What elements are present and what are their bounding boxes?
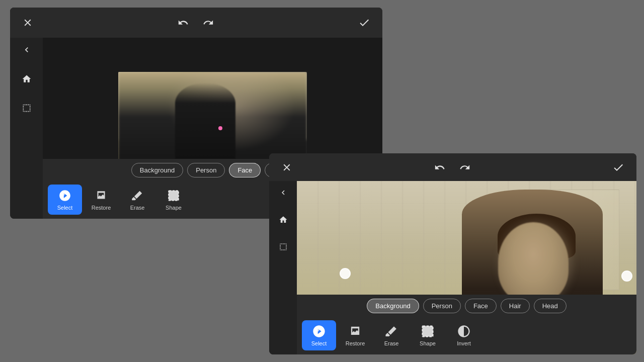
sidebar-2 xyxy=(269,153,297,354)
tool-bar-2: Select Restore Erase xyxy=(297,317,636,354)
shape-tool-2[interactable]: Shape xyxy=(411,320,445,350)
back-nav-button-1[interactable] xyxy=(20,43,34,57)
erase-tool-2[interactable]: Erase xyxy=(374,320,409,350)
restore-tool-label-2: Restore xyxy=(346,340,365,346)
crop-button-1[interactable] xyxy=(20,101,34,115)
select-icon-1 xyxy=(58,189,72,203)
segment-person-1[interactable]: Person xyxy=(187,163,225,177)
segment-head-2[interactable]: Head xyxy=(534,299,567,313)
selection-indicator xyxy=(218,126,222,130)
restore-tool-label-1: Restore xyxy=(92,205,111,211)
close-button-1[interactable] xyxy=(20,15,35,30)
restore-icon-1 xyxy=(94,189,108,203)
restore-tool-1[interactable]: Restore xyxy=(84,185,118,215)
handle-right[interactable] xyxy=(621,270,632,282)
shape-tool-label-1: Shape xyxy=(166,205,182,211)
shape-icon-2 xyxy=(421,324,435,338)
home-button-1[interactable] xyxy=(20,72,34,86)
segment-background-1[interactable]: Background xyxy=(131,163,183,177)
segment-selector-2: Background Person Face Hair Head xyxy=(297,295,636,317)
shape-tool-1[interactable]: Shape xyxy=(156,185,191,215)
select-tool-label-1: Select xyxy=(57,205,73,211)
invert-icon-2 xyxy=(457,324,471,338)
erase-tool-1[interactable]: Erase xyxy=(120,185,154,215)
select-tool-1[interactable]: Select xyxy=(48,185,82,215)
topbar-actions-1 xyxy=(176,15,216,30)
erase-icon-2 xyxy=(384,324,398,338)
redo-button-2[interactable] xyxy=(457,160,472,175)
handle-left[interactable] xyxy=(340,268,351,279)
confirm-button-1[interactable] xyxy=(356,15,372,31)
undo-button-2[interactable] xyxy=(432,160,447,175)
select-icon-2 xyxy=(312,324,326,338)
segment-background-2[interactable]: Background xyxy=(367,299,419,313)
erase-tool-label-2: Erase xyxy=(384,340,399,346)
sidebar-1 xyxy=(10,8,43,219)
close-button-2[interactable] xyxy=(279,160,294,175)
topbar-2 xyxy=(269,153,636,181)
segment-face-1[interactable]: Face xyxy=(229,163,261,177)
shape-tool-label-2: Shape xyxy=(420,340,436,346)
invert-tool-label-2: Invert xyxy=(457,340,471,346)
svg-rect-1 xyxy=(169,191,179,201)
svg-point-0 xyxy=(62,193,65,196)
shape-icon-1 xyxy=(167,189,181,203)
redo-button-1[interactable] xyxy=(201,15,216,30)
segment-face-2[interactable]: Face xyxy=(465,299,497,313)
restore-tool-2[interactable]: Restore xyxy=(338,320,372,350)
segment-hair-2[interactable]: Hair xyxy=(501,299,530,313)
face-blur xyxy=(499,223,572,306)
restore-icon-2 xyxy=(348,324,362,338)
canvas-2: Background Person Face Hair Head Select xyxy=(297,181,636,354)
confirm-button-2[interactable] xyxy=(610,159,626,175)
topbar-actions-2 xyxy=(432,160,472,175)
topbar-1 xyxy=(10,8,382,38)
crop-button-2[interactable] xyxy=(277,240,290,253)
undo-button-1[interactable] xyxy=(176,15,191,30)
select-tool-label-2: Select xyxy=(311,340,327,346)
svg-rect-3 xyxy=(423,326,433,337)
editor-window-2: Background Person Face Hair Head Select xyxy=(269,153,636,354)
bottom-bar-2: Background Person Face Hair Head Select xyxy=(297,295,636,354)
erase-icon-1 xyxy=(130,189,144,203)
invert-tool-2[interactable]: Invert xyxy=(447,320,481,350)
segment-person-2[interactable]: Person xyxy=(423,299,461,313)
home-button-2[interactable] xyxy=(277,213,290,226)
select-tool-2[interactable]: Select xyxy=(302,320,336,350)
back-nav-button-2[interactable] xyxy=(277,186,290,199)
erase-tool-label-1: Erase xyxy=(130,205,145,211)
